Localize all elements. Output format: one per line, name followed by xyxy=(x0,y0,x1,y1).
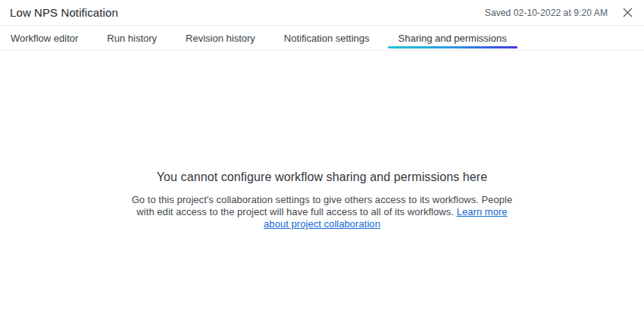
tab-revision-history[interactable]: Revision history xyxy=(175,26,266,50)
page-title: Low NPS Notification xyxy=(10,6,118,19)
empty-state-heading: You cannot configure workflow sharing an… xyxy=(0,170,644,184)
tab-notification-settings[interactable]: Notification settings xyxy=(274,26,380,50)
window-header: Low NPS Notification Saved 02-10-2022 at… xyxy=(0,0,644,26)
saved-status: Saved 02-10-2022 at 9:20 AM xyxy=(485,8,608,18)
empty-state: You cannot configure workflow sharing an… xyxy=(0,170,644,230)
close-icon xyxy=(623,8,633,17)
tab-bar: Workflow editor Run history Revision his… xyxy=(0,26,644,51)
empty-state-description: Go to this project's collaboration setti… xyxy=(130,194,514,230)
empty-state-description-text: Go to this project's collaboration setti… xyxy=(132,194,513,217)
tab-workflow-editor[interactable]: Workflow editor xyxy=(0,26,89,50)
tab-run-history[interactable]: Run history xyxy=(96,26,167,50)
close-button[interactable] xyxy=(621,6,634,20)
tab-sharing-and-permissions[interactable]: Sharing and permissions xyxy=(388,26,517,50)
